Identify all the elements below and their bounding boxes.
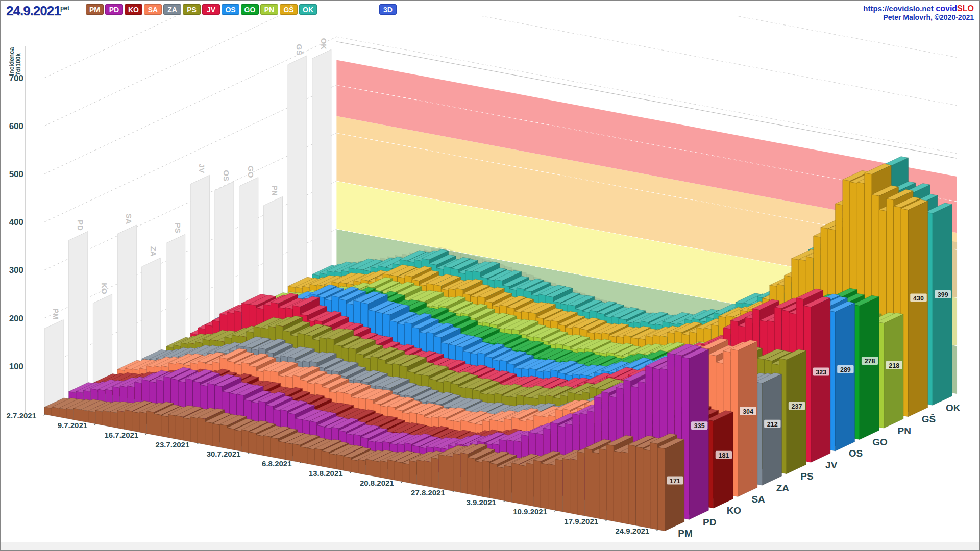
- weekday-label: pet: [60, 5, 69, 12]
- svg-text:27.8.2021: 27.8.2021: [411, 488, 445, 497]
- region-axis-label-PS: PS: [800, 471, 813, 482]
- svg-text:3.9.2021: 3.9.2021: [467, 498, 496, 507]
- author-credit: Peter Malovrh, ©2020-2021: [863, 13, 974, 22]
- value-label-GO: 278: [865, 358, 875, 365]
- svg-text:10.9.2021: 10.9.2021: [513, 507, 547, 516]
- y-axis: 1002003004005006007007d/100kIncidenca: [8, 46, 26, 414]
- legend-button-SA[interactable]: SA: [144, 4, 162, 15]
- svg-text:24.9.2021: 24.9.2021: [615, 527, 649, 535]
- svg-text:30.7.2021: 30.7.2021: [207, 449, 241, 458]
- region-axis-label-PM: PM: [678, 528, 693, 539]
- region-axis-label-PN: PN: [898, 425, 911, 436]
- svg-text:2.7.2021: 2.7.2021: [7, 411, 36, 420]
- wall-region-label: OS: [222, 170, 231, 181]
- current-date: 24.9.2021: [6, 3, 61, 19]
- wall-region-label: GŠ: [295, 44, 304, 56]
- covidslo-3d-incidence-page: PMPDKOSAZAPSJVOSGOPNGŠOK1002003004005006…: [0, 0, 980, 551]
- legend-button-GO[interactable]: GO: [241, 4, 259, 15]
- chart-3d-incidence[interactable]: PMPDKOSAZAPSJVOSGOPNGŠOK1002003004005006…: [1, 1, 980, 551]
- horizontal-scrollbar[interactable]: [1, 542, 979, 550]
- region-legend: PMPDKOSAZAPSJVOSGOPNGŠOK: [86, 4, 317, 15]
- region-axis-label-OS: OS: [849, 448, 863, 459]
- region-axis-label-GŠ: GŠ: [922, 414, 936, 424]
- svg-text:500: 500: [9, 169, 23, 179]
- value-label-OS: 289: [840, 366, 851, 373]
- svg-text:600: 600: [9, 121, 23, 131]
- svg-text:16.7.2021: 16.7.2021: [104, 431, 138, 439]
- logo-slo: SLO: [957, 4, 974, 13]
- legend-button-GŠ[interactable]: GŠ: [280, 4, 298, 15]
- svg-text:9.7.2021: 9.7.2021: [58, 421, 87, 430]
- value-label-PN: 218: [889, 362, 899, 369]
- svg-text:20.8.2021: 20.8.2021: [360, 479, 394, 487]
- value-label-ZA: 212: [767, 421, 778, 428]
- svg-text:200: 200: [9, 314, 23, 323]
- legend-button-OS[interactable]: OS: [222, 4, 239, 15]
- svg-text:Incidenca: Incidenca: [8, 47, 15, 76]
- region-axis-label-OK: OK: [946, 403, 961, 413]
- svg-text:13.8.2021: 13.8.2021: [309, 469, 343, 478]
- svg-text:6.8.2021: 6.8.2021: [262, 459, 291, 468]
- legend-button-PN[interactable]: PN: [260, 4, 278, 15]
- region-axis-label-KO: KO: [727, 505, 742, 516]
- value-label-OK: 399: [938, 291, 948, 298]
- legend-button-PD[interactable]: PD: [105, 4, 123, 15]
- legend-button-PS[interactable]: PS: [183, 4, 201, 15]
- value-label-KO: 181: [718, 452, 729, 459]
- wall-region-label: GO: [247, 166, 255, 178]
- svg-text:100: 100: [9, 362, 23, 371]
- value-label-PS: 237: [792, 403, 802, 410]
- value-label-PD: 335: [694, 422, 705, 430]
- wall-region-label: ZA: [149, 246, 158, 257]
- value-label-JV: 323: [816, 369, 826, 376]
- legend-button-JV[interactable]: JV: [202, 4, 220, 15]
- region-axis-label-JV: JV: [825, 460, 838, 470]
- logo-covid: covid: [936, 4, 957, 13]
- legend-button-PM[interactable]: PM: [86, 4, 104, 15]
- legend-button-OK[interactable]: OK: [299, 4, 317, 15]
- wall-region-label: SA: [125, 213, 133, 224]
- chart-3d-svg: PMPDKOSAZAPSJVOSGOPNGŠOK1002003004005006…: [1, 1, 980, 551]
- region-axis-label-ZA: ZA: [776, 483, 790, 493]
- site-credits: https://covidslo.net covidSLO Peter Malo…: [863, 4, 974, 22]
- region-axis-label-SA: SA: [751, 494, 765, 505]
- wall-region-label: KO: [100, 283, 109, 294]
- mode-3d-button[interactable]: 3D: [379, 4, 397, 15]
- svg-text:300: 300: [9, 265, 23, 275]
- legend-button-KO[interactable]: KO: [125, 4, 142, 15]
- svg-text:400: 400: [9, 217, 23, 227]
- site-url-link[interactable]: https://covidslo.net: [863, 4, 934, 13]
- legend-button-ZA[interactable]: ZA: [163, 4, 181, 15]
- covidslo-logo: covidSLO: [936, 4, 974, 13]
- region-axis-label-GO: GO: [872, 437, 888, 447]
- wall-region-label: PM: [52, 308, 60, 320]
- wall-region-label: OK: [320, 38, 328, 50]
- value-label-PM: 171: [670, 478, 680, 485]
- wall-region-label: PN: [271, 185, 279, 196]
- wall-region-label: PS: [174, 223, 182, 233]
- wall-region-label: JV: [198, 164, 206, 173]
- svg-text:23.7.2021: 23.7.2021: [156, 440, 190, 449]
- region-axis-label-PD: PD: [703, 517, 716, 528]
- value-label-SA: 304: [743, 408, 753, 415]
- y-axis-title: 7d/100k: [15, 53, 22, 76]
- wall-region-label: PD: [76, 220, 85, 231]
- svg-text:17.9.2021: 17.9.2021: [564, 517, 598, 525]
- value-label-GŠ: 430: [913, 295, 924, 302]
